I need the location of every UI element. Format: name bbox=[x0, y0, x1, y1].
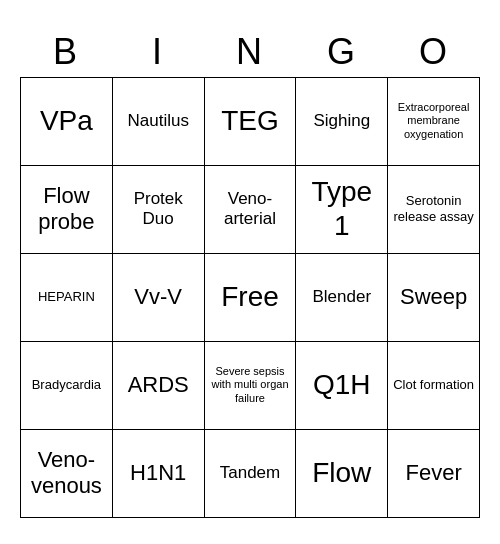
cell-text-2: TEG bbox=[221, 104, 279, 138]
bingo-cell-12: Free bbox=[205, 254, 297, 342]
cell-text-21: H1N1 bbox=[130, 460, 186, 486]
bingo-cell-14: Sweep bbox=[388, 254, 480, 342]
header-letter-O: O bbox=[388, 27, 480, 77]
bingo-cell-16: ARDS bbox=[113, 342, 205, 430]
bingo-cell-15: Bradycardia bbox=[21, 342, 113, 430]
bingo-cell-17: Severe sepsis with multi organ failure bbox=[205, 342, 297, 430]
bingo-card: BINGO VPaNautilusTEGSighingExtracorporea… bbox=[20, 27, 480, 518]
cell-text-13: Blender bbox=[312, 287, 371, 307]
bingo-cell-22: Tandem bbox=[205, 430, 297, 518]
bingo-cell-24: Fever bbox=[388, 430, 480, 518]
bingo-cell-19: Clot formation bbox=[388, 342, 480, 430]
bingo-cell-23: Flow bbox=[296, 430, 388, 518]
cell-text-20: Veno-venous bbox=[25, 447, 108, 500]
bingo-cell-10: HEPARIN bbox=[21, 254, 113, 342]
cell-text-23: Flow bbox=[312, 456, 371, 490]
header-letter-G: G bbox=[296, 27, 388, 77]
cell-text-22: Tandem bbox=[220, 463, 280, 483]
header-letter-I: I bbox=[112, 27, 204, 77]
bingo-cell-4: Extracorporeal membrane oxygenation bbox=[388, 78, 480, 166]
cell-text-16: ARDS bbox=[128, 372, 189, 398]
cell-text-10: HEPARIN bbox=[38, 289, 95, 305]
header-letter-B: B bbox=[20, 27, 112, 77]
cell-text-7: Veno-arterial bbox=[209, 189, 292, 230]
cell-text-19: Clot formation bbox=[393, 377, 474, 393]
cell-text-9: Serotonin release assay bbox=[392, 193, 475, 224]
bingo-cell-7: Veno-arterial bbox=[205, 166, 297, 254]
bingo-cell-9: Serotonin release assay bbox=[388, 166, 480, 254]
bingo-header: BINGO bbox=[20, 27, 480, 77]
cell-text-0: VPa bbox=[40, 104, 93, 138]
cell-text-1: Nautilus bbox=[127, 111, 188, 131]
bingo-cell-21: H1N1 bbox=[113, 430, 205, 518]
bingo-cell-6: Protek Duo bbox=[113, 166, 205, 254]
cell-text-6: Protek Duo bbox=[117, 189, 200, 230]
cell-text-24: Fever bbox=[405, 460, 461, 486]
cell-text-12: Free bbox=[221, 280, 279, 314]
bingo-cell-1: Nautilus bbox=[113, 78, 205, 166]
bingo-cell-11: Vv-V bbox=[113, 254, 205, 342]
cell-text-15: Bradycardia bbox=[32, 377, 101, 393]
bingo-grid: VPaNautilusTEGSighingExtracorporeal memb… bbox=[20, 77, 480, 518]
bingo-cell-20: Veno-venous bbox=[21, 430, 113, 518]
bingo-cell-5: Flow probe bbox=[21, 166, 113, 254]
bingo-cell-3: Sighing bbox=[296, 78, 388, 166]
cell-text-4: Extracorporeal membrane oxygenation bbox=[392, 101, 475, 141]
cell-text-8: Type 1 bbox=[300, 175, 383, 242]
bingo-cell-0: VPa bbox=[21, 78, 113, 166]
cell-text-18: Q1H bbox=[313, 368, 371, 402]
bingo-cell-13: Blender bbox=[296, 254, 388, 342]
cell-text-5: Flow probe bbox=[25, 183, 108, 236]
cell-text-3: Sighing bbox=[313, 111, 370, 131]
cell-text-14: Sweep bbox=[400, 284, 467, 310]
bingo-cell-18: Q1H bbox=[296, 342, 388, 430]
bingo-cell-8: Type 1 bbox=[296, 166, 388, 254]
cell-text-17: Severe sepsis with multi organ failure bbox=[209, 365, 292, 405]
header-letter-N: N bbox=[204, 27, 296, 77]
cell-text-11: Vv-V bbox=[134, 284, 182, 310]
bingo-cell-2: TEG bbox=[205, 78, 297, 166]
